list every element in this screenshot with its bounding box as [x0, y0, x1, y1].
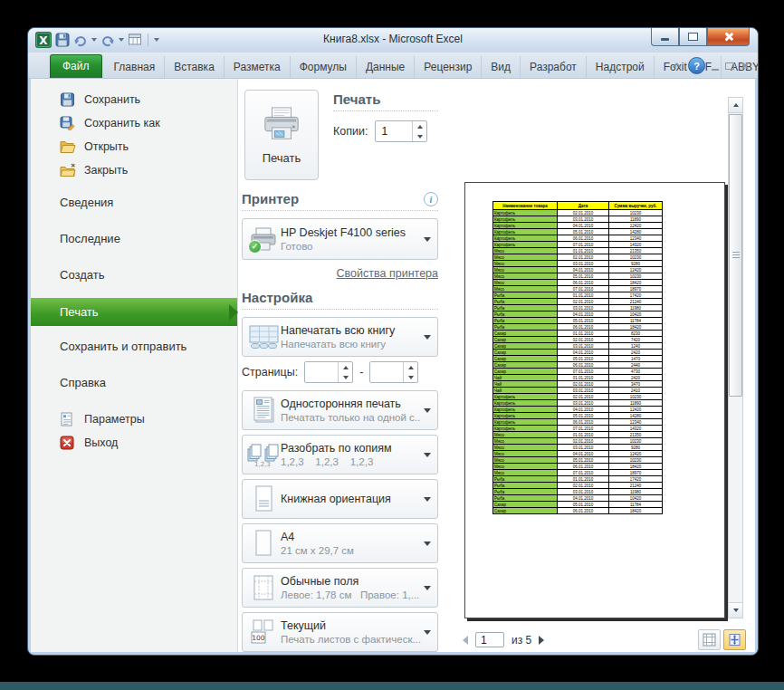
pages-to-spinner[interactable]	[403, 362, 417, 382]
close-button[interactable]	[707, 28, 750, 46]
amount-cell: 21240	[609, 299, 663, 305]
show-margins-icon	[703, 633, 716, 647]
sidebar-item-label: Сохранить как	[84, 117, 160, 129]
scrollbar-thumb[interactable]	[729, 114, 742, 397]
ribbon-tab-home[interactable]: Главная	[105, 56, 166, 78]
doc-minimize-icon[interactable]	[712, 69, 719, 71]
ribbon-tab-addins[interactable]: Надстрой	[587, 56, 655, 78]
pages-from-spinner[interactable]	[338, 362, 352, 382]
copies-spinner[interactable]	[412, 121, 426, 141]
sidebar-item-save[interactable]: Сохранить	[31, 88, 237, 111]
show-margins-button[interactable]	[698, 629, 721, 650]
table-row: Рыба06.01.201018420	[493, 324, 663, 331]
pages-label: Страницы:	[242, 366, 298, 379]
printer-properties-link[interactable]: Свойства принтера	[337, 267, 438, 280]
amount-cell: 21240	[609, 483, 663, 489]
print-button-label: Печать	[263, 151, 301, 165]
current-page-input[interactable]: 1	[475, 632, 504, 647]
sidebar-item-open[interactable]: Открыть	[31, 135, 237, 158]
zoom-to-page-button[interactable]	[723, 629, 746, 650]
ribbon-tab-insert[interactable]: Вставка	[165, 56, 225, 78]
sidebar-item-info[interactable]: Сведения	[31, 187, 237, 218]
date-cell: 01.01.2010	[558, 292, 609, 299]
collapse-ribbon-icon[interactable]	[672, 62, 682, 69]
product-cell: Картофель	[493, 223, 558, 229]
previous-page-icon[interactable]	[463, 636, 468, 645]
product-cell: Рыба	[493, 305, 558, 311]
help-icon[interactable]: ?	[688, 57, 705, 74]
product-cell: Мясо	[493, 470, 558, 476]
restore-button[interactable]	[679, 28, 707, 46]
amount-cell: 18420	[609, 280, 663, 286]
setting-dropdown-orientation[interactable]: Книжная ориентация	[242, 479, 438, 519]
copies-input[interactable]: 1	[375, 120, 427, 142]
table-row: Картофель07.01.201014320	[493, 242, 663, 248]
setting-dropdown-scaling[interactable]: 100ТекущийПечать листов с фактическ...	[242, 612, 438, 652]
table-row: Картофель03.01.201011890	[493, 216, 663, 223]
setting-dropdown-collate[interactable]: 1,2,3Разобрать по копиям1,2,3 1,2,3 1,2,…	[242, 435, 438, 474]
dropdown-subtitle: Напечатать всю книгу	[281, 339, 421, 350]
setting-dropdown-margins[interactable]: Обычные поляЛевое: 1,78 см Правое: 1,...	[242, 568, 438, 608]
product-cell: Рыба	[493, 299, 558, 305]
preview-scrollbar[interactable]	[728, 97, 743, 618]
amount-cell: 1470	[609, 356, 663, 362]
product-cell: Мясо	[493, 273, 558, 280]
ribbon-tab-layout[interactable]: Разметка	[225, 56, 291, 78]
preview-pager-bar: 1 из 5	[454, 628, 755, 652]
pages-to-input[interactable]	[369, 361, 418, 383]
table-row: Мясо01.01.201021350	[493, 248, 663, 254]
date-cell: 07.01.2010	[558, 369, 609, 375]
sidebar-item-recent[interactable]: Последние	[31, 223, 237, 254]
table-row: Сахар05.01.20101470	[493, 356, 663, 362]
scroll-up-button[interactable]	[729, 98, 742, 113]
minimize-button[interactable]	[651, 28, 679, 46]
table-row: Сахар02.01.20107420	[493, 337, 663, 343]
pages-from-input[interactable]	[304, 361, 353, 383]
printer-ready-check-icon: ✓	[248, 240, 262, 254]
date-cell: 01.01.2010	[558, 476, 609, 483]
printer-select[interactable]: ✓ HP Deskjet F4100 series Готово	[242, 218, 438, 260]
scroll-down-button[interactable]	[729, 602, 742, 618]
title-bar[interactable]: X Книга8.xlsx - Microsoft Excel	[28, 28, 758, 53]
date-cell: 01.01.2010	[558, 248, 609, 254]
ribbon-tab-data[interactable]: Данные	[357, 56, 415, 78]
sidebar-item-save-as[interactable]: Сохранить как	[31, 111, 237, 135]
product-cell: Мясо	[493, 261, 558, 267]
doc-restore-icon[interactable]	[725, 62, 734, 70]
sidebar-item-print[interactable]: Печать	[31, 298, 237, 326]
settings-section-header: Настройка	[242, 290, 438, 310]
setting-dropdown-duplex[interactable]: Односторонняя печатьПечатать только на о…	[242, 390, 438, 430]
amount-cell: 11890	[609, 400, 663, 407]
setting-dropdown-paper-size[interactable]: A421 см x 29,7 см	[242, 523, 438, 563]
dropdown-title: Разобрать по копиям	[281, 442, 421, 455]
date-cell: 03.01.2010	[558, 445, 609, 451]
print-section-header: Печать	[333, 91, 438, 111]
ribbon-tab-view[interactable]: Вид	[482, 56, 521, 78]
info-icon[interactable]: i	[424, 192, 438, 206]
table-row: Рыба04.01.201010420	[493, 495, 663, 502]
next-page-icon[interactable]	[539, 636, 544, 645]
print-button[interactable]: Печать	[244, 90, 319, 180]
ribbon-tab-file[interactable]: Файл	[50, 54, 102, 78]
svg-text:100: 100	[252, 634, 265, 642]
amount-cell: 17420	[609, 292, 663, 299]
sidebar-item-save-send[interactable]: Сохранить и отправить	[31, 331, 237, 362]
product-cell: Сахар	[493, 508, 558, 514]
setting-dropdown-print-what[interactable]: Напечатать всю книгуНапечатать всю книгу	[242, 317, 438, 357]
product-cell: Мясо	[493, 267, 558, 273]
sidebar-item-new[interactable]: Создать	[31, 259, 237, 291]
sidebar-item-options[interactable]: Параметры	[31, 407, 237, 431]
sidebar-item-exit[interactable]: Выход	[31, 431, 237, 455]
amount-cell: 12340	[609, 235, 663, 242]
amount-cell: 14280	[609, 229, 663, 235]
ribbon-tab-formulas[interactable]: Формулы	[291, 56, 357, 78]
product-cell: Рыба	[493, 483, 558, 489]
preview-table-header: Дата	[558, 202, 609, 210]
sidebar-item-close[interactable]: Закрыть	[31, 158, 237, 182]
product-cell: Сахар	[493, 337, 558, 343]
ribbon-tab-review[interactable]: Рецензир	[415, 56, 482, 78]
date-cell: 06.01.2010	[558, 362, 609, 369]
doc-close-icon[interactable]	[741, 62, 749, 70]
sidebar-item-help[interactable]: Справка	[31, 367, 237, 398]
ribbon-tab-developer[interactable]: Разработ	[521, 56, 587, 78]
